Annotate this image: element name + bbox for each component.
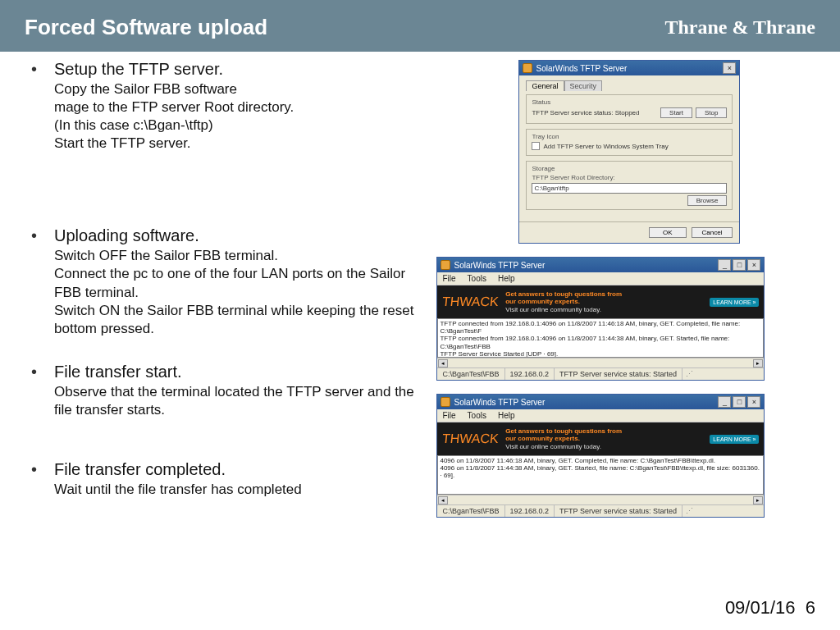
titlebar: SolarWinds TFTP Server × — [519, 61, 739, 75]
bullet-title: Uploading software. — [54, 226, 428, 245]
banner-text: Get answers to tough questions from our … — [505, 427, 703, 451]
bullet-line: Switch OFF the Sailor FBB terminal. — [54, 247, 428, 265]
log-line: · 69]. — [440, 472, 761, 479]
log-line: TFTP connected from 192.168.0.1:4096 on … — [440, 335, 761, 349]
bullet-title: File transfer start. — [54, 363, 428, 381]
bullet-line: Observe that the terminal located the TF… — [54, 383, 428, 419]
bullet-start: • File transfer start. Observe that the … — [31, 363, 428, 419]
status-path: C:\BganTest\FBB — [437, 368, 504, 380]
thwack-logo: THWACK — [442, 294, 500, 309]
root-label: TFTP Server Root Directory: — [532, 174, 727, 181]
status-ip: 192.168.0.2 — [505, 368, 555, 380]
status-service: TFTP Server service status: Started — [555, 368, 682, 380]
bullet-completed: • File transfer completed. Wait until th… — [31, 460, 428, 499]
scroll-right-icon[interactable]: ▸ — [753, 359, 763, 368]
scroll-left-icon[interactable]: ◂ — [438, 359, 448, 368]
ok-button[interactable]: OK — [649, 227, 687, 238]
tray-group: Tray Icon Add TFTP Server to Windows Sys… — [526, 129, 733, 156]
close-icon[interactable]: × — [747, 259, 760, 271]
menu-tools[interactable]: Tools — [468, 274, 486, 283]
menu-help[interactable]: Help — [498, 274, 515, 283]
log-line: TFTP Server Service Started [UDP · 69]. — [440, 350, 761, 358]
titlebar: SolarWinds TFTP Server _ □ × — [437, 258, 764, 272]
resize-grip-icon[interactable]: ⋰ — [682, 368, 694, 380]
tab-strip: General Security — [526, 80, 733, 91]
resize-grip-icon[interactable]: ⋰ — [682, 505, 694, 517]
bullet-line: Switch ON the Sailor FBB terminal while … — [54, 302, 428, 338]
learn-more-button[interactable]: LEARN MORE » — [710, 435, 759, 444]
horizontal-scrollbar[interactable]: ◂ ▸ — [437, 495, 764, 504]
menu-tools[interactable]: Tools — [468, 411, 486, 420]
bullet-title: File transfer completed. — [54, 460, 428, 479]
status-path: C:\BganTest\FBB — [437, 505, 504, 517]
menu-help[interactable]: Help — [498, 411, 515, 420]
bullet-setup: • Setup the TFTP server. Copy the Sailor… — [31, 60, 428, 153]
log-output: 4096 on 11/8/2007 11:46:18 AM, binary, G… — [437, 455, 764, 495]
learn-more-button[interactable]: LEARN MORE » — [710, 298, 759, 307]
app-icon — [441, 260, 450, 270]
footer-date: 09/01/16 — [725, 597, 796, 618]
bullet-uploading: • Uploading software. Switch OFF the Sai… — [31, 226, 428, 337]
menubar: File Tools Help — [437, 409, 764, 422]
tab-general[interactable]: General — [526, 80, 564, 91]
window-title: SolarWinds TFTP Server — [454, 398, 545, 407]
tray-checkbox[interactable] — [532, 142, 540, 150]
minimize-icon[interactable]: _ — [718, 396, 731, 408]
close-icon[interactable]: × — [747, 396, 760, 408]
bullet-line: Connect the pc to one of the four LAN po… — [54, 265, 428, 301]
statusbar: C:\BganTest\FBB 192.168.0.2 TFTP Server … — [437, 368, 764, 380]
right-column: SolarWinds TFTP Server × General Securit… — [436, 60, 840, 531]
window-title: SolarWinds TFTP Server — [536, 64, 627, 73]
root-directory-input[interactable]: C:\Bgan\tftp — [532, 183, 727, 194]
status-service: TFTP Server service status: Started — [555, 505, 682, 517]
status-ip: 192.168.0.2 — [505, 505, 555, 517]
bullet-marker: • — [31, 226, 54, 337]
bullet-title: Setup the TFTP server. — [54, 60, 428, 79]
slide-header: Forced Software upload Thrane & Thrane — [0, 0, 840, 52]
scroll-left-icon[interactable]: ◂ — [438, 496, 448, 504]
bullet-line: Wait until the file transfer has complet… — [54, 481, 428, 499]
window-title: SolarWinds TFTP Server — [454, 261, 545, 270]
close-icon[interactable]: × — [723, 62, 736, 74]
scroll-right-icon[interactable]: ▸ — [753, 496, 763, 504]
app-icon — [523, 63, 532, 73]
group-label: Tray Icon — [532, 133, 727, 140]
slide-title: Forced Software upload — [25, 15, 267, 40]
bullet-line: mage to the FTP server Root directory. — [54, 98, 428, 116]
tab-security[interactable]: Security — [564, 80, 603, 91]
maximize-icon[interactable]: □ — [733, 396, 746, 408]
app-icon — [441, 397, 450, 407]
menu-file[interactable]: File — [442, 274, 455, 283]
footer-page: 6 — [806, 597, 815, 618]
bullet-marker: • — [31, 60, 54, 153]
bullet-line: (In this case c:\Bgan-\tftp) — [54, 116, 428, 135]
log-output: TFTP connected from 192.168.0.1:4096 on … — [437, 318, 764, 358]
log-line: 4096 on 11/8/2007 11:44:38 AM, binary, G… — [440, 464, 761, 472]
minimize-icon[interactable]: _ — [718, 259, 731, 271]
tftp-window-completed: SolarWinds TFTP Server _ □ × File Tools … — [436, 394, 765, 518]
cancel-button[interactable]: Cancel — [692, 227, 733, 238]
browse-button[interactable]: Browse — [687, 195, 728, 206]
left-column: • Setup the TFTP server. Copy the Sailor… — [0, 60, 436, 531]
stop-button[interactable]: Stop — [696, 107, 727, 118]
ad-banner: THWACK Get answers to tough questions fr… — [437, 422, 764, 455]
brand-logo: Thrane & Thrane — [664, 16, 815, 39]
slide-content: • Setup the TFTP server. Copy the Sailor… — [0, 52, 840, 531]
titlebar: SolarWinds TFTP Server _ □ × — [437, 395, 764, 409]
log-line: 4096 on 11/8/2007 11:46:18 AM, binary, G… — [440, 457, 761, 464]
bullet-marker: • — [31, 460, 54, 499]
maximize-icon[interactable]: □ — [733, 259, 746, 271]
log-line: TFTP connected from 192.168.0.1:4096 on … — [440, 320, 761, 335]
menubar: File Tools Help — [437, 272, 764, 285]
start-button[interactable]: Start — [660, 107, 692, 118]
slide-footer: 09/01/16 6 — [725, 597, 815, 619]
config-dialog: SolarWinds TFTP Server × General Securit… — [518, 60, 740, 244]
status-group: Status TFTP Server service status: Stopp… — [526, 94, 733, 124]
horizontal-scrollbar[interactable]: ◂ ▸ — [437, 358, 764, 368]
bullet-line: Copy the Sailor FBB software — [54, 80, 428, 98]
bullet-line: Start the TFTP server. — [54, 135, 428, 153]
group-label: Storage — [532, 165, 727, 172]
menu-file[interactable]: File — [442, 411, 455, 420]
tray-label: Add TFTP Server to Windows System Tray — [543, 143, 668, 150]
storage-group: Storage TFTP Server Root Directory: C:\B… — [526, 161, 733, 210]
